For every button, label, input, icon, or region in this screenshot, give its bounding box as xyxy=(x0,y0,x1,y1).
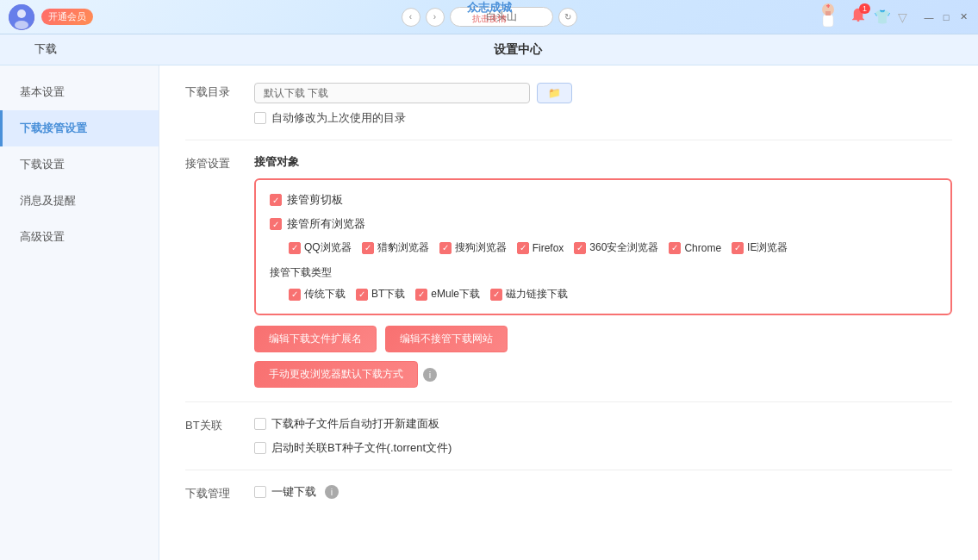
download-mgmt-content: 一键下载 i xyxy=(254,484,952,500)
svg-rect-7 xyxy=(828,4,830,8)
browser-qq-checkbox[interactable]: ✓ xyxy=(289,242,301,254)
browser-leopard-label: 猎豹浏览器 xyxy=(377,240,429,255)
takeover-content: 接管对象 ✓ 接管剪切板 ✓ 接管所有浏览器 xyxy=(254,154,952,388)
divider-1 xyxy=(185,140,952,140)
browser-360: ✓ 360安全浏览器 xyxy=(574,240,658,255)
type-bt-label: BT下载 xyxy=(371,287,405,302)
svg-rect-8 xyxy=(857,20,860,22)
type-bt-checkbox[interactable]: ✓ xyxy=(356,289,368,301)
takeover-section: 接管设置 接管对象 ✓ 接管剪切板 ✓ 接管所有浏览器 xyxy=(185,154,952,388)
browser-chrome-label: Chrome xyxy=(684,242,721,254)
browser-chrome: ✓ Chrome xyxy=(669,242,721,254)
one-click-info-icon[interactable]: i xyxy=(325,485,339,499)
all-browsers-row: ✓ 接管所有浏览器 xyxy=(270,216,937,232)
vip-badge[interactable]: 开通会员 xyxy=(41,9,93,25)
browsers-list: ✓ QQ浏览器 ✓ 猎豹浏览器 ✓ 搜狗浏览器 ✓ xyxy=(289,240,937,255)
path-input[interactable] xyxy=(254,83,530,103)
browser-leopard: ✓ 猎豹浏览器 xyxy=(362,240,429,255)
sidebar-item-download-settings[interactable]: 下载设置 xyxy=(0,146,159,183)
type-magnet: ✓ 磁力链接下载 xyxy=(490,287,568,302)
sidebar-item-notifications[interactable]: 消息及提醒 xyxy=(0,183,159,219)
bt-startup-link-label: 启动时关联BT种子文件(.torrent文件) xyxy=(271,440,452,456)
bt-section: BT关联 下载种子文件后自动打开新建面板 启动时关联BT种子文件(.torren… xyxy=(185,416,952,456)
browser-sougou-label: 搜狗浏览器 xyxy=(455,240,507,255)
svg-rect-5 xyxy=(825,11,831,16)
type-traditional-checkbox[interactable]: ✓ xyxy=(289,289,301,301)
close-button[interactable]: ✕ xyxy=(957,11,969,23)
takeover-type-title: 接管下载类型 xyxy=(270,265,937,280)
browser-sougou-checkbox[interactable]: ✓ xyxy=(439,242,452,254)
browser-leopard-checkbox[interactable]: ✓ xyxy=(362,242,374,254)
browser-firefox-checkbox[interactable]: ✓ xyxy=(517,242,529,254)
browser-firefox: ✓ Firefox xyxy=(517,242,564,254)
bt-content: 下载种子文件后自动打开新建面板 启动时关联BT种子文件(.torrent文件) xyxy=(254,416,952,456)
bt-label: BT关联 xyxy=(185,416,254,433)
browser-chrome-checkbox[interactable]: ✓ xyxy=(669,242,681,254)
all-browsers-checkbox[interactable]: ✓ xyxy=(270,218,282,230)
sidebar: 基本设置 下载接管设置 下载设置 消息及提醒 高级设置 xyxy=(0,65,159,560)
clipboard-checkbox[interactable]: ✓ xyxy=(270,194,282,206)
bt-auto-open-checkbox[interactable] xyxy=(254,418,266,430)
path-input-row: 📁 xyxy=(254,83,952,103)
icon-shirt: 👕 xyxy=(874,9,891,25)
download-path-section: 下载目录 📁 自动修改为上次使用的目录 xyxy=(185,83,952,126)
one-click-checkbox[interactable] xyxy=(254,486,266,498)
manual-change-button[interactable]: 手动更改浏览器默认下载方式 xyxy=(254,361,418,388)
toolbar: 下载 设置中心 xyxy=(0,34,978,65)
edit-ext-button[interactable]: 编辑下载文件扩展名 xyxy=(254,326,377,352)
nav-forward-button[interactable]: › xyxy=(426,8,445,27)
download-path-content: 📁 自动修改为上次使用的目录 xyxy=(254,83,952,126)
browser-360-checkbox[interactable]: ✓ xyxy=(574,242,586,254)
type-emule-label: eMule下载 xyxy=(431,287,480,302)
clipboard-label: 接管剪切板 xyxy=(287,192,343,208)
title-bar: 开通会员 ‹ › 白头山 ↻ 众志成城 抗击疫情 xyxy=(0,0,978,34)
nav-back-button[interactable]: ‹ xyxy=(402,8,420,27)
takeover-label: 接管设置 xyxy=(185,154,254,171)
settings-title: 设置中心 xyxy=(74,42,961,58)
svg-rect-4 xyxy=(823,15,833,27)
takeover-box: ✓ 接管剪切板 ✓ 接管所有浏览器 ✓ QQ浏览器 xyxy=(254,178,952,315)
sidebar-item-basic[interactable]: 基本设置 xyxy=(0,74,159,110)
browser-ie-label: IE浏览器 xyxy=(747,240,788,255)
type-traditional: ✓ 传统下载 xyxy=(289,287,346,302)
avatar xyxy=(9,4,34,30)
browser-ie-checkbox[interactable]: ✓ xyxy=(732,242,744,254)
auto-modify-label: 自动修改为上次使用的目录 xyxy=(271,110,406,126)
nav-refresh-button[interactable]: ↻ xyxy=(558,8,577,27)
minimize-button[interactable]: — xyxy=(923,11,935,23)
download-mgmt-label: 下载管理 xyxy=(185,484,254,501)
type-emule: ✓ eMule下载 xyxy=(415,287,480,302)
content-area: 下载目录 📁 自动修改为上次使用的目录 接管设置 接管对象 xyxy=(159,65,978,560)
auto-modify-row: 自动修改为上次使用的目录 xyxy=(254,110,952,126)
nav-address: 白头山 xyxy=(450,7,553,27)
type-magnet-checkbox[interactable]: ✓ xyxy=(490,289,502,301)
info-icon[interactable]: i xyxy=(423,368,437,382)
notification-area[interactable]: 1 xyxy=(850,7,867,27)
title-bar-right: 1 👕 ▽ — □ ✕ xyxy=(795,3,969,32)
type-magnet-label: 磁力链接下载 xyxy=(506,287,568,302)
title-center: ‹ › 白头山 ↻ xyxy=(402,7,577,27)
browser-firefox-label: Firefox xyxy=(533,242,564,254)
one-click-row: 一键下载 i xyxy=(254,484,952,500)
type-emule-checkbox[interactable]: ✓ xyxy=(415,289,427,301)
divider-2 xyxy=(185,401,952,402)
sidebar-item-advanced[interactable]: 高级设置 xyxy=(0,219,159,255)
maximize-button[interactable]: □ xyxy=(940,11,952,23)
manual-change-row: 手动更改浏览器默认下载方式 i xyxy=(254,361,952,388)
bt-auto-open-label: 下载种子文件后自动打开新建面板 xyxy=(271,416,439,432)
window-controls: — □ ✕ xyxy=(923,11,969,23)
type-bt: ✓ BT下载 xyxy=(356,287,405,302)
bt-startup-link-checkbox[interactable] xyxy=(254,442,266,454)
sidebar-item-download-takeover[interactable]: 下载接管设置 xyxy=(0,110,159,146)
auto-modify-checkbox[interactable] xyxy=(254,112,266,124)
divider-3 xyxy=(185,470,952,470)
browser-sougou: ✓ 搜狗浏览器 xyxy=(439,240,507,255)
browse-button[interactable]: 📁 xyxy=(537,83,572,103)
tab-download[interactable]: 下载 xyxy=(17,36,74,64)
clipboard-row: ✓ 接管剪切板 xyxy=(270,192,937,208)
one-click-label: 一键下载 xyxy=(271,484,316,500)
edit-no-takeover-button[interactable]: 编辑不接管下载网站 xyxy=(385,326,508,352)
download-types-list: ✓ 传统下载 ✓ BT下载 ✓ eMule下载 ✓ xyxy=(289,287,937,302)
download-path-label: 下载目录 xyxy=(185,83,254,100)
svg-point-1 xyxy=(17,9,26,18)
